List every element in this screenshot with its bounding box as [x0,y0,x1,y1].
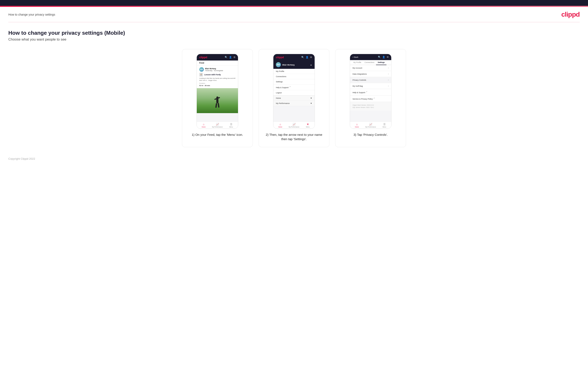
home-icon-3: ⌂ [356,123,357,126]
menu-label-2: Menu [306,126,310,128]
step-card-3: < Back 🔍 👤 ⚙ My Profile Connections Sett… [335,49,406,147]
settings-help-support: Help & Support ↗ [350,89,391,95]
section-perf-label: My Performance [276,102,290,104]
back-button: < Back [353,56,358,58]
tab-my-profile: My Profile [352,60,363,65]
user-icon: 👤 [229,56,232,59]
page-subheading: Choose what you want people to see [8,37,580,42]
menu-list: My Profile Connections Settings Help & S… [273,69,315,96]
avatar-small: BM [199,67,204,72]
user-icon-3: 👤 [382,56,385,58]
bottom-nav-menu-1: ☰ Menu [224,123,238,128]
version-info: Clippd Client Version: 2022.8.3-3 SQL Se… [350,102,391,111]
phone-icons-2: 🔍 👤 ⚙ [301,56,312,59]
perf-icon-1: 📈 [216,123,219,126]
menu-username: Blair McHarg [282,64,295,66]
card-caption-3: 3) Tap 'Privacy Controls'. [354,133,388,137]
phone-icons-1: 🔍 👤 ⚙ [225,56,235,59]
help-support-label: Help & Support ↗ [353,91,367,93]
settings-tabs: My Profile Connections Settings [350,60,391,65]
settings-icon-2: ⚙ [310,56,312,59]
copyright-text: Copyright Clippd 2022 [8,157,35,160]
settings-my-account: My Account › [350,65,391,71]
settings-list: My Account › Data Integrations › Privacy… [350,65,391,111]
settings-privacy-controls: Privacy Controls › [350,77,391,83]
bottom-nav-perf-3: 📈 My Performance [364,123,378,128]
header: How to change your privacy settings clip… [0,7,588,18]
close-icon: ✕ [307,123,309,126]
tab-settings: Settings [376,60,386,65]
cards-row: clippd 🔍 👤 ⚙ Feed BM Blair McHarg Yester… [8,49,580,147]
menu-label-3: Menu [382,126,386,128]
settings-icon: ⚙ [233,56,235,59]
perf-label-2: My Performance [289,126,299,128]
settings-my-golf-bag: My Golf Bag › [350,83,391,89]
phone-logo-2: clippd [276,56,284,59]
menu-item-profile: My Profile [273,69,315,74]
phone-bottom-nav-3: ⌂ Home 📈 My Performance ☰ Menu [350,122,391,128]
menu-item-logout-label: Logout [276,92,282,94]
menu-item-help: Help & Support ↗ [273,84,315,90]
my-account-label: My Account [353,67,362,69]
page-heading: How to change your privacy settings (Mob… [8,30,580,36]
chevron-right-icon-1: › [388,67,389,69]
bottom-nav-perf-1: 📈 My Performance [210,123,224,128]
card-caption-2: 2) Then, tap the arrow next to your name… [263,133,325,141]
main-content: How to change your privacy settings (Mob… [0,22,588,151]
phone-mockup-2: clippd 🔍 👤 ⚙ BM Blair McHarg ▲ [273,54,315,129]
footer: Copyright Clippd 2022 [0,151,588,164]
top-bar [0,0,588,6]
perf-icon-2: 📈 [293,123,296,126]
golfer-silhouette [213,96,222,111]
bottom-nav-menu-2: ✕ Menu [301,123,315,128]
svg-rect-1 [216,99,218,103]
menu-section-home: Home ▼ [273,96,315,101]
menu-user-info: BM Blair McHarg [276,62,295,67]
lesson-title: Lesson with Fordy [204,74,221,76]
feed-user-row: BM Blair McHarg Yesterday · Sunningdale [199,67,235,72]
phone-bottom-nav-1: ⌂ Home 📈 My Performance ☰ Menu [197,122,238,128]
logo: clippd [561,11,580,18]
feed-text: Looking to feel like my hands are exitin… [199,77,235,82]
version-1: Clippd Client Version: 2022.8.3-3 [353,104,389,107]
step-card-1: clippd 🔍 👤 ⚙ Feed BM Blair McHarg Yester… [182,49,253,147]
menu-item-settings-label: Settings [276,81,283,83]
settings-back: < Back 🔍 👤 ⚙ [350,54,391,60]
data-integrations-label: Data Integrations [353,73,367,75]
version-2: SQL Server Version: 2022.7.30-1 [353,107,389,109]
menu-item-profile-label: My Profile [276,70,284,72]
phone-bottom-nav-2: ⌂ Home 📈 My Performance ✕ Menu [273,122,315,128]
svg-rect-4 [218,103,219,108]
bottom-nav-home-2: ⌂ Home [273,123,287,128]
menu-section-perf: My Performance ▼ [273,101,315,106]
menu-item-connections-label: Connections [276,75,286,78]
chevron-right-icon-3: › [388,79,389,81]
search-icon: 🔍 [225,56,228,59]
phone-mockup-1: clippd 🔍 👤 ⚙ Feed BM Blair McHarg Yester… [197,54,238,129]
avatar-menu: BM [276,62,281,67]
feed-item: BM Blair McHarg Yesterday · Sunningdale … [197,66,238,88]
search-icon-3: 🔍 [378,56,381,58]
step-card-2: clippd 🔍 👤 ⚙ BM Blair McHarg ▲ [259,49,329,147]
duration-label: Duration [199,82,235,84]
menu-section: Home ▼ My Performance ▼ [273,96,315,106]
card-caption-1: 1) On your Feed, tap the 'Menu' icon. [192,133,243,137]
settings-service-privacy: Service & Privacy Policy ↗ [350,96,391,102]
tab-connections: Connections [363,60,376,65]
perf-icon-3: 📈 [369,123,372,126]
menu-item-help-label: Help & Support ↗ [276,86,291,89]
menu-icon-3: ☰ [383,123,386,126]
feed-user-sub: Yesterday · Sunningdale [205,70,223,72]
lesson-row: 🏌 Lesson with Fordy [199,73,235,76]
privacy-controls-label: Privacy Controls [353,79,366,81]
menu-item-settings: Settings [273,79,315,84]
phone-nav-1: clippd 🔍 👤 ⚙ [197,54,238,60]
phone-nav-2: clippd 🔍 👤 ⚙ [273,54,315,60]
bottom-nav-perf-2: 📈 My Performance [287,123,301,128]
settings-data-integrations: Data Integrations › [350,71,391,77]
user-icon-2: 👤 [306,56,309,59]
home-icon-1: ⌂ [203,123,204,126]
feed-user-name: Blair McHarg [205,67,223,70]
lesson-icon: 🏌 [199,73,203,76]
svg-rect-3 [215,103,217,108]
